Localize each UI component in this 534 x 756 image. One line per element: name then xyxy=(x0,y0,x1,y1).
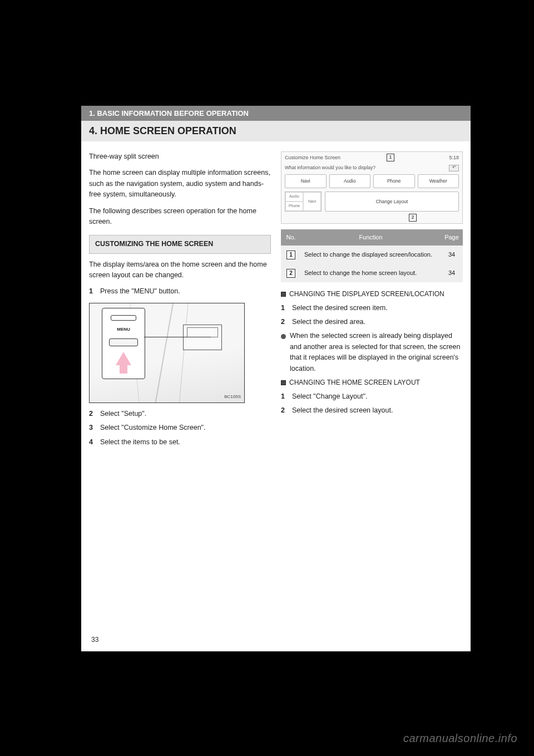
mini-phone-cell: Phone xyxy=(285,202,303,211)
proc2-step1: 1 Select "Change Layout". xyxy=(281,391,463,402)
proc2-step2-num: 2 xyxy=(281,405,289,416)
watermark-text: carmanualsonline.info xyxy=(403,732,517,745)
row2-badge: 2 xyxy=(286,269,295,278)
procedure-2-title: CHANGING THE HOME SCREEN LAYOUT xyxy=(289,377,420,388)
sub-description: The display items/area on the home scree… xyxy=(89,259,271,281)
sub-heading-box: CUSTOMIZING THE HOME SCREEN xyxy=(89,235,271,253)
manual-page: 1. BASIC INFORMATION BEFORE OPERATION 4.… xyxy=(81,106,471,651)
menu-label: MENU xyxy=(117,326,130,333)
step-4-num: 4 xyxy=(89,437,97,448)
layout-preview[interactable]: Audio Navi Phone xyxy=(285,192,322,212)
section-title: 4. HOME SCREEN OPERATION xyxy=(89,125,236,136)
step-1: 1 Press the "MENU" button. xyxy=(89,286,271,297)
screenshot-prompt: What information would you like to displ… xyxy=(285,164,375,171)
step-2-num: 2 xyxy=(89,409,97,419)
procedure-2-heading: CHANGING THE HOME SCREEN LAYOUT xyxy=(281,377,463,388)
right-column: Customize Home Screen 5:18 What informat… xyxy=(281,151,463,451)
row1-badge: 1 xyxy=(286,251,295,259)
dashboard-illustration: MENU BC105S xyxy=(89,303,245,403)
weather-button[interactable]: Weather xyxy=(418,174,459,188)
screenshot-option-row: Navi Audio Phone Weather xyxy=(285,174,459,188)
screenshot-clock: 5:18 xyxy=(449,154,459,162)
th-no: No. xyxy=(281,229,301,246)
table-row: 1 Select to change the displayed screen/… xyxy=(281,246,463,264)
press-arrow-icon xyxy=(116,352,131,365)
step-3: 3 Select "Customize Home Screen". xyxy=(89,423,271,433)
callout-line xyxy=(144,337,211,338)
step-1-num: 1 xyxy=(89,286,97,297)
menu-button-panel: MENU xyxy=(102,308,145,379)
step-2: 2 Select "Setup". xyxy=(89,409,271,419)
row2-page: 34 xyxy=(441,264,463,282)
square-bullet-icon xyxy=(281,380,286,385)
chapter-text: 1. BASIC INFORMATION BEFORE OPERATION xyxy=(89,109,249,117)
page-number: 33 xyxy=(91,636,98,644)
content-columns: Three-way split screen The home screen c… xyxy=(81,141,471,451)
step-2-text: Select "Setup". xyxy=(100,409,146,419)
proc1-step2-num: 2 xyxy=(281,317,289,327)
step-1-text: Press the "MENU" button. xyxy=(100,286,180,297)
procedure-1-title: CHANGING THE DISPLAYED SCREEN/LOCATION xyxy=(289,289,444,300)
menu-button-graphic xyxy=(109,338,138,346)
step-3-text: Select "Customize Home Screen". xyxy=(100,423,206,433)
navi-button[interactable]: Navi xyxy=(285,174,327,188)
proc1-step2: 2 Select the desired area. xyxy=(281,317,463,327)
row1-function: Select to change the displayed screen/lo… xyxy=(301,246,441,264)
proc2-step2-text: Select the desired screen layout. xyxy=(292,405,393,416)
proc2-step1-text: Select "Change Layout". xyxy=(292,391,367,402)
proc2-step1-num: 1 xyxy=(281,391,289,402)
proc2-step2: 2 Select the desired screen layout. xyxy=(281,405,463,416)
back-icon[interactable]: ↶ xyxy=(449,165,459,171)
procedure-1-heading: CHANGING THE DISPLAYED SCREEN/LOCATION xyxy=(281,289,463,300)
callout-2-badge: 2 xyxy=(409,214,417,222)
screenshot-bottom-row: Audio Navi Phone Change Layout xyxy=(285,192,459,212)
figure-id: BC105S xyxy=(224,394,241,400)
th-function: Function xyxy=(301,229,441,246)
screenshot-header: Customize Home Screen 5:18 xyxy=(285,154,459,162)
chapter-bar: 1. BASIC INFORMATION BEFORE OPERATION xyxy=(81,106,471,121)
panel-slot-top xyxy=(111,315,136,321)
step-4-text: Select the items to be set. xyxy=(100,437,180,448)
row2-function: Select to change the home screen layout. xyxy=(301,264,441,282)
proc1-step2-text: Select the desired area. xyxy=(292,317,365,327)
left-column: Three-way split screen The home screen c… xyxy=(89,151,271,451)
round-bullet-icon xyxy=(281,331,286,374)
proc1-note: When the selected screen is already bein… xyxy=(281,331,463,374)
sub-heading-text: CUSTOMIZING THE HOME SCREEN xyxy=(95,240,213,248)
proc1-step1-num: 1 xyxy=(281,303,289,313)
screenshot-title: Customize Home Screen xyxy=(285,154,340,162)
mini-audio-cell: Audio xyxy=(285,192,303,202)
proc1-step1: 1 Select the desired screen item. xyxy=(281,303,463,313)
step-4: 4 Select the items to be set. xyxy=(89,437,271,448)
audio-button[interactable]: Audio xyxy=(329,174,371,188)
section-title-bar: 4. HOME SCREEN OPERATION xyxy=(81,121,471,141)
change-layout-button[interactable]: Change Layout xyxy=(325,192,459,212)
square-bullet-icon xyxy=(281,292,286,297)
screenshot-prompt-row: What information would you like to displ… xyxy=(285,164,459,171)
proc1-note-text: When the selected screen is already bein… xyxy=(290,331,463,374)
intro-paragraph: The home screen can display multiple inf… xyxy=(89,168,271,200)
row1-page: 34 xyxy=(441,246,463,264)
table-row: 2 Select to change the home screen layou… xyxy=(281,264,463,282)
mini-navi-cell: Navi xyxy=(303,192,321,211)
function-table: No. Function Page 1 Select to change the… xyxy=(281,229,463,282)
intro-line-2: The following describes screen operation… xyxy=(89,206,271,228)
callout-1-badge: 1 xyxy=(387,154,394,161)
th-page: Page xyxy=(441,229,463,246)
step-3-num: 3 xyxy=(89,423,97,433)
proc1-step1-text: Select the desired screen item. xyxy=(292,303,388,313)
customize-home-screenshot: Customize Home Screen 5:18 What informat… xyxy=(281,151,463,224)
phone-button[interactable]: Phone xyxy=(373,174,415,188)
intro-line-1: Three-way split screen xyxy=(89,151,271,162)
